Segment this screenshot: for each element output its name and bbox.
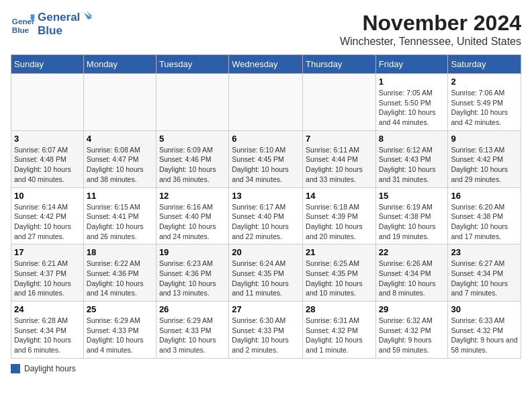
day-number: 18 <box>87 247 153 257</box>
calendar-week-1: 1Sunrise: 7:05 AM Sunset: 5:50 PM Daylig… <box>11 74 521 131</box>
calendar-cell: 16Sunrise: 6:20 AM Sunset: 4:38 PM Dayli… <box>448 187 521 244</box>
calendar-cell: 24Sunrise: 6:28 AM Sunset: 4:34 PM Dayli… <box>11 302 84 359</box>
day-info: Sunrise: 6:29 AM Sunset: 4:33 PM Dayligh… <box>159 316 226 355</box>
calendar-cell: 3Sunrise: 6:07 AM Sunset: 4:48 PM Daylig… <box>11 130 84 187</box>
legend: Daylight hours <box>11 364 521 373</box>
day-number: 21 <box>306 247 373 257</box>
day-info: Sunrise: 7:06 AM Sunset: 5:49 PM Dayligh… <box>451 88 518 128</box>
calendar-week-3: 10Sunrise: 6:14 AM Sunset: 4:42 PM Dayli… <box>11 187 521 244</box>
day-info: Sunrise: 6:10 AM Sunset: 4:45 PM Dayligh… <box>232 145 300 185</box>
day-info: Sunrise: 6:21 AM Sunset: 4:37 PM Dayligh… <box>14 259 81 298</box>
calendar-cell: 28Sunrise: 6:31 AM Sunset: 4:32 PM Dayli… <box>303 302 376 359</box>
calendar-cell: 18Sunrise: 6:22 AM Sunset: 4:36 PM Dayli… <box>83 244 156 302</box>
calendar-cell: 23Sunrise: 6:27 AM Sunset: 4:34 PM Dayli… <box>448 244 521 302</box>
calendar-cell <box>303 74 376 131</box>
month-title: November 2024 <box>340 11 521 36</box>
day-number: 9 <box>451 134 518 144</box>
calendar-header-monday: Monday <box>83 55 156 74</box>
day-number: 12 <box>159 191 226 201</box>
calendar-header-tuesday: Tuesday <box>156 55 228 74</box>
calendar-cell: 2Sunrise: 7:06 AM Sunset: 5:49 PM Daylig… <box>448 74 521 131</box>
day-info: Sunrise: 6:07 AM Sunset: 4:48 PM Dayligh… <box>14 145 81 185</box>
day-number: 19 <box>159 247 226 257</box>
day-number: 5 <box>159 134 226 144</box>
day-info: Sunrise: 6:14 AM Sunset: 4:42 PM Dayligh… <box>14 202 81 242</box>
day-number: 13 <box>232 191 300 201</box>
logo: General Blue General Blue <box>11 11 92 38</box>
day-number: 7 <box>306 134 373 144</box>
logo-blue: Blue <box>38 24 80 38</box>
day-number: 3 <box>14 134 81 144</box>
calendar-cell <box>83 74 156 131</box>
day-info: Sunrise: 6:33 AM Sunset: 4:32 PM Dayligh… <box>451 316 518 355</box>
day-number: 26 <box>159 304 226 314</box>
calendar-cell: 27Sunrise: 6:30 AM Sunset: 4:33 PM Dayli… <box>229 302 303 359</box>
calendar: SundayMondayTuesdayWednesdayThursdayFrid… <box>11 54 521 359</box>
day-number: 25 <box>87 304 153 314</box>
day-info: Sunrise: 6:26 AM Sunset: 4:34 PM Dayligh… <box>379 259 445 298</box>
day-info: Sunrise: 6:11 AM Sunset: 4:44 PM Dayligh… <box>306 145 373 185</box>
calendar-cell: 12Sunrise: 6:16 AM Sunset: 4:40 PM Dayli… <box>156 187 228 244</box>
calendar-cell: 5Sunrise: 6:09 AM Sunset: 4:46 PM Daylig… <box>156 130 228 187</box>
day-number: 23 <box>451 247 518 257</box>
calendar-cell: 19Sunrise: 6:23 AM Sunset: 4:36 PM Dayli… <box>156 244 228 302</box>
location-title: Winchester, Tennessee, United States <box>340 36 521 48</box>
calendar-header-thursday: Thursday <box>303 55 376 74</box>
day-info: Sunrise: 6:09 AM Sunset: 4:46 PM Dayligh… <box>159 145 226 185</box>
calendar-cell: 13Sunrise: 6:17 AM Sunset: 4:40 PM Dayli… <box>229 187 303 244</box>
calendar-week-4: 17Sunrise: 6:21 AM Sunset: 4:37 PM Dayli… <box>11 244 521 302</box>
calendar-cell <box>229 74 303 131</box>
day-info: Sunrise: 6:08 AM Sunset: 4:47 PM Dayligh… <box>87 145 153 185</box>
day-info: Sunrise: 6:22 AM Sunset: 4:36 PM Dayligh… <box>87 259 153 298</box>
calendar-cell: 29Sunrise: 6:32 AM Sunset: 4:32 PM Dayli… <box>375 302 448 359</box>
calendar-header-row: SundayMondayTuesdayWednesdayThursdayFrid… <box>11 55 521 74</box>
day-number: 29 <box>379 304 445 314</box>
calendar-cell: 20Sunrise: 6:24 AM Sunset: 4:35 PM Dayli… <box>229 244 303 302</box>
calendar-cell: 10Sunrise: 6:14 AM Sunset: 4:42 PM Dayli… <box>11 187 84 244</box>
calendar-cell: 21Sunrise: 6:25 AM Sunset: 4:35 PM Dayli… <box>303 244 376 302</box>
logo-bird-icon <box>76 11 92 32</box>
calendar-week-2: 3Sunrise: 6:07 AM Sunset: 4:48 PM Daylig… <box>11 130 521 187</box>
day-info: Sunrise: 6:15 AM Sunset: 4:41 PM Dayligh… <box>87 202 153 242</box>
calendar-cell: 7Sunrise: 6:11 AM Sunset: 4:44 PM Daylig… <box>303 130 376 187</box>
day-info: Sunrise: 6:23 AM Sunset: 4:36 PM Dayligh… <box>159 259 226 298</box>
day-info: Sunrise: 6:27 AM Sunset: 4:34 PM Dayligh… <box>451 259 518 298</box>
svg-text:Blue: Blue <box>12 26 30 34</box>
day-number: 16 <box>451 191 518 201</box>
calendar-cell: 25Sunrise: 6:29 AM Sunset: 4:33 PM Dayli… <box>83 302 156 359</box>
calendar-week-5: 24Sunrise: 6:28 AM Sunset: 4:34 PM Dayli… <box>11 302 521 359</box>
day-info: Sunrise: 6:31 AM Sunset: 4:32 PM Dayligh… <box>306 316 373 355</box>
calendar-cell <box>11 74 84 131</box>
calendar-cell: 4Sunrise: 6:08 AM Sunset: 4:47 PM Daylig… <box>83 130 156 187</box>
day-info: Sunrise: 6:12 AM Sunset: 4:43 PM Dayligh… <box>379 145 445 185</box>
calendar-header-wednesday: Wednesday <box>229 55 303 74</box>
day-number: 1 <box>379 77 445 87</box>
day-number: 28 <box>306 304 373 314</box>
day-info: Sunrise: 6:32 AM Sunset: 4:32 PM Dayligh… <box>379 316 445 355</box>
calendar-cell: 1Sunrise: 7:05 AM Sunset: 5:50 PM Daylig… <box>375 74 448 131</box>
calendar-cell: 6Sunrise: 6:10 AM Sunset: 4:45 PM Daylig… <box>229 130 303 187</box>
day-number: 24 <box>14 304 81 314</box>
header: General Blue General Blue November 2024 … <box>11 11 521 48</box>
day-number: 27 <box>232 304 300 314</box>
day-info: Sunrise: 6:25 AM Sunset: 4:35 PM Dayligh… <box>306 259 373 298</box>
calendar-cell: 30Sunrise: 6:33 AM Sunset: 4:32 PM Dayli… <box>448 302 521 359</box>
calendar-cell <box>156 74 228 131</box>
day-number: 20 <box>232 247 300 257</box>
day-info: Sunrise: 6:24 AM Sunset: 4:35 PM Dayligh… <box>232 259 300 298</box>
logo-general: General <box>38 11 80 24</box>
day-info: Sunrise: 6:17 AM Sunset: 4:40 PM Dayligh… <box>232 202 300 242</box>
day-number: 30 <box>451 304 518 314</box>
calendar-cell: 8Sunrise: 6:12 AM Sunset: 4:43 PM Daylig… <box>375 130 448 187</box>
day-number: 14 <box>306 191 373 201</box>
logo-icon: General Blue <box>11 12 35 36</box>
calendar-header-friday: Friday <box>375 55 448 74</box>
day-info: Sunrise: 6:18 AM Sunset: 4:39 PM Dayligh… <box>306 202 373 242</box>
day-number: 4 <box>87 134 153 144</box>
calendar-cell: 11Sunrise: 6:15 AM Sunset: 4:41 PM Dayli… <box>83 187 156 244</box>
day-info: Sunrise: 6:13 AM Sunset: 4:42 PM Dayligh… <box>451 145 518 185</box>
calendar-header-saturday: Saturday <box>448 55 521 74</box>
day-number: 17 <box>14 247 81 257</box>
day-number: 11 <box>87 191 153 201</box>
title-area: November 2024 Winchester, Tennessee, Uni… <box>340 11 521 48</box>
